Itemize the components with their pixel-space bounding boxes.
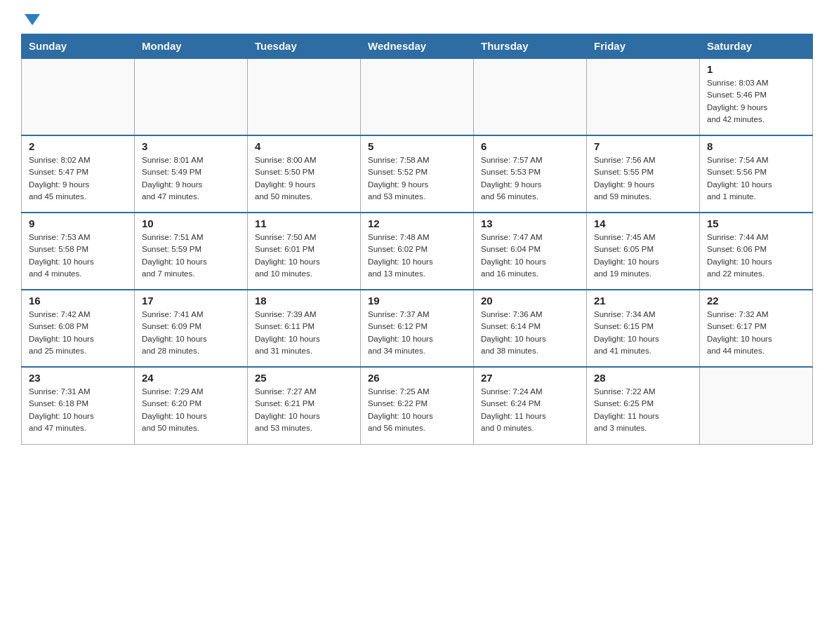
day-number: 13 — [481, 217, 579, 229]
day-number: 3 — [142, 140, 240, 152]
logo — [21, 14, 40, 27]
column-header-sunday: Sunday — [22, 34, 135, 59]
column-header-friday: Friday — [587, 34, 700, 59]
day-number: 17 — [142, 295, 240, 307]
day-info: Sunrise: 7:48 AMSunset: 6:02 PMDaylight:… — [368, 232, 466, 280]
column-header-tuesday: Tuesday — [248, 34, 361, 59]
day-number: 26 — [368, 372, 466, 384]
calendar-day: 12Sunrise: 7:48 AMSunset: 6:02 PMDayligh… — [361, 213, 474, 290]
day-info: Sunrise: 7:32 AMSunset: 6:17 PMDaylight:… — [707, 309, 805, 357]
calendar-day: 1Sunrise: 8:03 AMSunset: 5:46 PMDaylight… — [700, 58, 813, 135]
day-info: Sunrise: 8:00 AMSunset: 5:50 PMDaylight:… — [255, 154, 353, 203]
day-info: Sunrise: 7:56 AMSunset: 5:55 PMDaylight:… — [594, 154, 692, 203]
calendar-day: 6Sunrise: 7:57 AMSunset: 5:53 PMDaylight… — [474, 135, 587, 213]
calendar-day: 14Sunrise: 7:45 AMSunset: 6:05 PMDayligh… — [587, 213, 700, 290]
day-info: Sunrise: 7:31 AMSunset: 6:18 PMDaylight:… — [29, 386, 127, 434]
calendar-day: 7Sunrise: 7:56 AMSunset: 5:55 PMDaylight… — [587, 135, 700, 213]
calendar-day: 4Sunrise: 8:00 AMSunset: 5:50 PMDaylight… — [248, 135, 361, 213]
day-info: Sunrise: 7:34 AMSunset: 6:15 PMDaylight:… — [594, 309, 692, 357]
day-number: 15 — [707, 217, 805, 229]
calendar-day: 20Sunrise: 7:36 AMSunset: 6:14 PMDayligh… — [474, 290, 587, 367]
logo-triangle-icon — [25, 14, 40, 25]
day-number: 25 — [255, 372, 353, 384]
day-number: 1 — [707, 63, 805, 75]
day-info: Sunrise: 7:29 AMSunset: 6:20 PMDaylight:… — [142, 386, 240, 434]
day-info: Sunrise: 7:53 AMSunset: 5:58 PMDaylight:… — [29, 232, 127, 280]
column-header-monday: Monday — [135, 34, 248, 59]
day-info: Sunrise: 8:01 AMSunset: 5:49 PMDaylight:… — [142, 154, 240, 203]
calendar-week-1: 1Sunrise: 8:03 AMSunset: 5:46 PMDaylight… — [22, 58, 813, 135]
day-info: Sunrise: 7:47 AMSunset: 6:04 PMDaylight:… — [481, 232, 579, 280]
day-info: Sunrise: 7:39 AMSunset: 6:11 PMDaylight:… — [255, 309, 353, 357]
calendar-day: 16Sunrise: 7:42 AMSunset: 6:08 PMDayligh… — [22, 290, 135, 367]
day-number: 5 — [368, 140, 466, 152]
day-number: 28 — [594, 372, 692, 384]
calendar-day: 8Sunrise: 7:54 AMSunset: 5:56 PMDaylight… — [700, 135, 813, 213]
day-info: Sunrise: 7:45 AMSunset: 6:05 PMDaylight:… — [594, 232, 692, 280]
calendar-day: 26Sunrise: 7:25 AMSunset: 6:22 PMDayligh… — [361, 367, 474, 444]
day-number: 11 — [255, 217, 353, 229]
day-info: Sunrise: 7:42 AMSunset: 6:08 PMDaylight:… — [29, 309, 127, 357]
calendar-day: 25Sunrise: 7:27 AMSunset: 6:21 PMDayligh… — [248, 367, 361, 444]
calendar-day: 22Sunrise: 7:32 AMSunset: 6:17 PMDayligh… — [700, 290, 813, 367]
calendar-day: 10Sunrise: 7:51 AMSunset: 5:59 PMDayligh… — [135, 213, 248, 290]
calendar-day: 15Sunrise: 7:44 AMSunset: 6:06 PMDayligh… — [700, 213, 813, 290]
day-info: Sunrise: 7:41 AMSunset: 6:09 PMDaylight:… — [142, 309, 240, 357]
day-number: 22 — [707, 295, 805, 307]
calendar-day: 3Sunrise: 8:01 AMSunset: 5:49 PMDaylight… — [135, 135, 248, 213]
day-info: Sunrise: 8:03 AMSunset: 5:46 PMDaylight:… — [707, 77, 805, 126]
calendar-day: 23Sunrise: 7:31 AMSunset: 6:18 PMDayligh… — [22, 367, 135, 444]
day-number: 27 — [481, 372, 579, 384]
calendar-day: 11Sunrise: 7:50 AMSunset: 6:01 PMDayligh… — [248, 213, 361, 290]
day-number: 4 — [255, 140, 353, 152]
day-info: Sunrise: 7:37 AMSunset: 6:12 PMDaylight:… — [368, 309, 466, 357]
calendar-week-2: 2Sunrise: 8:02 AMSunset: 5:47 PMDaylight… — [22, 135, 813, 213]
day-number: 9 — [29, 217, 127, 229]
calendar-day — [587, 58, 700, 135]
calendar-day: 18Sunrise: 7:39 AMSunset: 6:11 PMDayligh… — [248, 290, 361, 367]
calendar-header-row: SundayMondayTuesdayWednesdayThursdayFrid… — [22, 34, 813, 59]
calendar-week-4: 16Sunrise: 7:42 AMSunset: 6:08 PMDayligh… — [22, 290, 813, 367]
calendar-week-5: 23Sunrise: 7:31 AMSunset: 6:18 PMDayligh… — [22, 367, 813, 444]
day-number: 19 — [368, 295, 466, 307]
day-info: Sunrise: 7:36 AMSunset: 6:14 PMDaylight:… — [481, 309, 579, 357]
day-number: 24 — [142, 372, 240, 384]
calendar-day: 13Sunrise: 7:47 AMSunset: 6:04 PMDayligh… — [474, 213, 587, 290]
day-info: Sunrise: 7:24 AMSunset: 6:24 PMDaylight:… — [481, 386, 579, 434]
day-number: 8 — [707, 140, 805, 152]
page-header — [21, 14, 813, 27]
day-number: 14 — [594, 217, 692, 229]
day-info: Sunrise: 7:44 AMSunset: 6:06 PMDaylight:… — [707, 232, 805, 280]
day-number: 16 — [29, 295, 127, 307]
calendar-day: 17Sunrise: 7:41 AMSunset: 6:09 PMDayligh… — [135, 290, 248, 367]
day-info: Sunrise: 7:51 AMSunset: 5:59 PMDaylight:… — [142, 232, 240, 280]
day-info: Sunrise: 7:58 AMSunset: 5:52 PMDaylight:… — [368, 154, 466, 203]
day-info: Sunrise: 7:25 AMSunset: 6:22 PMDaylight:… — [368, 386, 466, 434]
day-info: Sunrise: 7:54 AMSunset: 5:56 PMDaylight:… — [707, 154, 805, 203]
calendar-day: 21Sunrise: 7:34 AMSunset: 6:15 PMDayligh… — [587, 290, 700, 367]
day-number: 21 — [594, 295, 692, 307]
calendar-day: 2Sunrise: 8:02 AMSunset: 5:47 PMDaylight… — [22, 135, 135, 213]
day-number: 12 — [368, 217, 466, 229]
calendar-day — [361, 58, 474, 135]
day-number: 2 — [29, 140, 127, 152]
calendar-day: 27Sunrise: 7:24 AMSunset: 6:24 PMDayligh… — [474, 367, 587, 444]
calendar-day: 19Sunrise: 7:37 AMSunset: 6:12 PMDayligh… — [361, 290, 474, 367]
day-number: 20 — [481, 295, 579, 307]
calendar-day: 24Sunrise: 7:29 AMSunset: 6:20 PMDayligh… — [135, 367, 248, 444]
calendar-day — [474, 58, 587, 135]
calendar-table: SundayMondayTuesdayWednesdayThursdayFrid… — [21, 34, 813, 445]
calendar-day — [700, 367, 813, 444]
day-info: Sunrise: 7:22 AMSunset: 6:25 PMDaylight:… — [594, 386, 692, 434]
calendar-day — [22, 58, 135, 135]
day-number: 7 — [594, 140, 692, 152]
calendar-week-3: 9Sunrise: 7:53 AMSunset: 5:58 PMDaylight… — [22, 213, 813, 290]
day-number: 18 — [255, 295, 353, 307]
day-info: Sunrise: 8:02 AMSunset: 5:47 PMDaylight:… — [29, 154, 127, 203]
day-info: Sunrise: 7:50 AMSunset: 6:01 PMDaylight:… — [255, 232, 353, 280]
day-info: Sunrise: 7:27 AMSunset: 6:21 PMDaylight:… — [255, 386, 353, 434]
column-header-saturday: Saturday — [700, 34, 813, 59]
day-number: 6 — [481, 140, 579, 152]
column-header-wednesday: Wednesday — [361, 34, 474, 59]
day-number: 10 — [142, 217, 240, 229]
